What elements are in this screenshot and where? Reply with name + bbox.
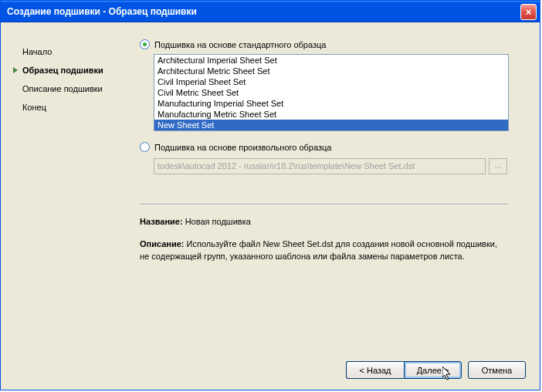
nav-button-group: < Назад Далее > — [346, 361, 462, 379]
radio-standard[interactable] — [140, 39, 150, 49]
radio-standard-row[interactable]: Подшивка на основе стандартного образца — [140, 39, 527, 49]
nav-step-end[interactable]: Конец — [13, 98, 135, 117]
close-button[interactable]: × — [520, 4, 537, 20]
nav-label: Описание подшивки — [22, 84, 103, 93]
radio-custom[interactable] — [140, 142, 150, 152]
cancel-button[interactable]: Отмена — [468, 361, 526, 379]
nav-step-sample[interactable]: Образец подшивки — [13, 61, 135, 79]
radio-custom-row[interactable]: Подшивка на основе произвольного образца — [140, 142, 527, 152]
wizard-buttons: < Назад Далее > Отмена — [346, 361, 526, 379]
next-button[interactable]: Далее > — [404, 361, 462, 379]
list-item[interactable]: Manufacturing Metric Sheet Set — [154, 109, 508, 120]
template-listbox[interactable]: Architectural Imperial Sheet Set Archite… — [154, 54, 509, 131]
radio-custom-label: Подшивка на основе произвольного образца — [154, 143, 331, 152]
divider — [140, 204, 509, 205]
desc-value: Используйте файл New Sheet Set.dst для с… — [140, 239, 497, 260]
desc-label: Описание: — [140, 239, 185, 248]
list-item[interactable]: Architectural Metric Sheet Set — [154, 66, 508, 76]
list-item-selected[interactable]: New Sheet Set — [154, 120, 508, 130]
name-row: Название: Новая подшивка — [140, 216, 503, 228]
desc-row: Описание: Используйте файл New Sheet Set… — [140, 238, 503, 262]
titlebar: Создание подшивки - Образец подшивки × — [1, 1, 540, 22]
list-item[interactable]: Civil Imperial Sheet Set — [154, 76, 508, 87]
close-icon: × — [526, 6, 532, 18]
nav-label: Начало — [22, 47, 52, 56]
list-item[interactable]: Civil Metric Sheet Set — [154, 87, 508, 98]
name-label: Название: — [140, 217, 183, 226]
path-input: todesk\autocad 2012 - russian\r18.2\rus\… — [154, 158, 486, 174]
nav-step-begin[interactable]: Начало — [13, 42, 135, 61]
radio-standard-label: Подшивка на основе стандартного образца — [154, 40, 326, 49]
nav-step-details[interactable]: Описание подшивки — [13, 79, 135, 98]
name-value: Новая подшивка — [185, 217, 251, 226]
list-item[interactable]: Manufacturing Imperial Sheet Set — [154, 98, 508, 109]
wizard-main: Подшивка на основе стандартного образца … — [135, 39, 527, 380]
browse-button: ... — [489, 158, 507, 174]
wizard-body: Начало Образец подшивки Описание подшивк… — [1, 22, 540, 390]
nav-label: Образец подшивки — [22, 66, 103, 75]
wizard-window: Создание подшивки - Образец подшивки × Н… — [0, 0, 540, 390]
window-title: Создание подшивки - Образец подшивки — [7, 6, 520, 17]
custom-path-row: todesk\autocad 2012 - russian\r18.2\rus\… — [154, 158, 527, 174]
nav-label: Конец — [22, 103, 46, 112]
list-item[interactable]: Architectural Imperial Sheet Set — [154, 55, 508, 66]
back-button[interactable]: < Назад — [346, 361, 404, 379]
wizard-sidebar: Начало Образец подшивки Описание подшивк… — [13, 39, 135, 380]
